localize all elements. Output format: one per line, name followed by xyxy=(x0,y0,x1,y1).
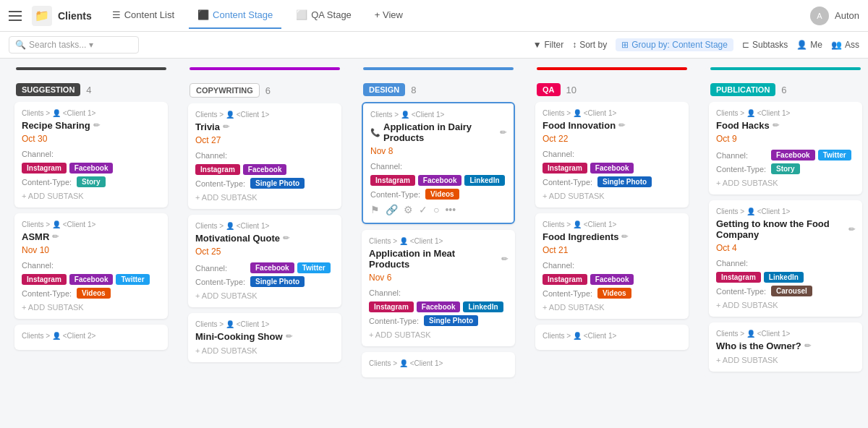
edit-icon[interactable]: ✏ xyxy=(773,121,779,130)
card-date: Nov 6 xyxy=(369,273,508,283)
add-subtask-button[interactable]: + ADD SUBTASK xyxy=(195,291,334,300)
card-content-type-field: Content-Type:Story xyxy=(22,176,161,187)
content-type-tag-story: Story xyxy=(77,176,106,187)
column-header-publication: PUBLICATION6 xyxy=(703,76,868,102)
action-icon-1[interactable]: 🔗 xyxy=(386,204,398,215)
column-cards-qa: Clients > 👤 <Client 1>Food Innovation✏Oc… xyxy=(529,102,694,356)
action-icon-4[interactable]: ○ xyxy=(433,204,439,215)
tag-instagram: Instagram xyxy=(22,163,67,174)
column-top-line-design xyxy=(363,67,514,70)
action-icon-2[interactable]: ⚙ xyxy=(404,204,413,215)
content-type-tag-videos: Videos xyxy=(597,288,631,299)
tag-linkedin: LinkedIn xyxy=(764,272,804,283)
add-subtask-button[interactable]: + ADD SUBTASK xyxy=(716,301,855,309)
tag-instagram: Instagram xyxy=(369,301,414,312)
table-row[interactable]: Clients > 👤 <Client 1>Trivia✏Oct 27Chann… xyxy=(188,103,341,209)
tag-instagram: Instagram xyxy=(195,164,240,175)
column-count-suggestion: 4 xyxy=(86,85,91,95)
search-box[interactable]: 🔍 Search tasks... ▾ xyxy=(9,36,139,54)
edit-icon[interactable]: ✏ xyxy=(804,341,811,351)
content-type-tag-single-photo: Single Photo xyxy=(250,178,305,189)
table-row[interactable]: Clients > 👤 <Client 1>Food Ingredients✏O… xyxy=(535,213,689,319)
edit-icon[interactable]: ✏ xyxy=(621,232,628,241)
table-row[interactable]: Clients > 👤 <Client 1>Who is the Owner?✏… xyxy=(709,322,862,372)
table-row[interactable]: Clients > 👤 <Client 1> xyxy=(362,352,515,377)
card-breadcrumb: Clients > 👤 <Client 1> xyxy=(369,359,508,367)
tab-qa-stage[interactable]: ⬜ QA Stage xyxy=(287,2,360,29)
table-row[interactable]: Clients > 👤 <Client 2> xyxy=(14,325,168,350)
add-subtask-button[interactable]: + ADD SUBTASK xyxy=(542,303,681,312)
tag-facebook: Facebook xyxy=(250,262,294,273)
card-date: Oct 9 xyxy=(716,134,855,144)
menu-icon[interactable] xyxy=(9,7,26,25)
subtasks-button[interactable]: ⊏ Subtasks xyxy=(742,40,788,50)
edit-icon[interactable]: ✏ xyxy=(93,121,100,130)
add-subtask-button[interactable]: + ADD SUBTASK xyxy=(716,356,855,364)
table-row[interactable]: Clients > 👤 <Client 1>Motivational Quote… xyxy=(188,215,341,307)
add-subtask-button[interactable]: + ADD SUBTASK xyxy=(542,192,681,200)
filter-button[interactable]: ▼ Filter xyxy=(533,40,564,50)
group-icon: ⊞ xyxy=(621,40,629,50)
me-button[interactable]: 👤 Me xyxy=(796,40,822,50)
table-row[interactable]: Clients > 👤 <Client 1>ASMR✏Nov 10Channel… xyxy=(14,213,168,319)
column-count-design: 8 xyxy=(411,85,416,95)
edit-icon[interactable]: ✏ xyxy=(52,232,59,241)
filter-bar: 🔍 Search tasks... ▾ ▼ Filter ↕ Sort by ⊞… xyxy=(0,32,868,59)
add-subtask-button[interactable]: + ADD SUBTASK xyxy=(369,330,508,339)
card-title: 📞Application in Dairy Products✏ xyxy=(370,121,506,143)
table-row[interactable]: Clients > 👤 <Client 1>Recipe Sharing✏Oct… xyxy=(14,102,168,207)
card-date: Oct 27 xyxy=(195,135,334,145)
table-row[interactable]: Clients > 👤 <Client 1>Application in Mea… xyxy=(362,230,515,346)
group-button[interactable]: ⊞ Group by: Content Stage xyxy=(616,38,733,51)
card-date: Oct 25 xyxy=(195,247,334,257)
table-row[interactable]: Clients > 👤 <Client 1>📞Application in Da… xyxy=(362,102,515,224)
table-row[interactable]: Clients > 👤 <Client 1>Getting to know th… xyxy=(709,200,862,317)
add-subtask-button[interactable]: + ADD SUBTASK xyxy=(195,193,334,202)
action-icon-5[interactable]: ••• xyxy=(445,204,456,215)
edit-icon[interactable]: ✏ xyxy=(500,128,506,137)
column-header-design: DESIGN8 xyxy=(356,76,521,102)
card-content-type-field: Content-Type:Videos xyxy=(22,288,161,299)
content-type-tag-single-photo: Single Photo xyxy=(424,315,478,326)
column-label-qa: QA xyxy=(537,83,561,96)
edit-icon[interactable]: ✏ xyxy=(501,254,508,264)
tab-content-stage[interactable]: ⬛ Content Stage xyxy=(189,2,281,29)
card-date: Nov 10 xyxy=(22,245,161,255)
tag-twitter: Twitter xyxy=(818,150,851,160)
add-subtask-button[interactable]: + ADD SUBTASK xyxy=(716,179,855,187)
card-channel-field: Channel:InstagramFacebook xyxy=(542,150,681,174)
action-icon-0[interactable]: ⚑ xyxy=(370,204,380,215)
tag-instagram: Instagram xyxy=(22,274,67,285)
add-subtask-button[interactable]: + ADD SUBTASK xyxy=(22,192,161,200)
edit-icon[interactable]: ✏ xyxy=(283,234,289,243)
edit-icon[interactable]: ✏ xyxy=(286,332,292,341)
table-row[interactable]: Clients > 👤 <Client 1> xyxy=(535,325,689,350)
table-row[interactable]: Clients > 👤 <Client 1>Food Hacks✏Oct 9Ch… xyxy=(709,102,862,194)
edit-icon[interactable]: ✏ xyxy=(223,122,229,132)
list-icon: ☰ xyxy=(112,9,121,20)
card-breadcrumb: Clients > 👤 <Client 1> xyxy=(195,111,334,119)
edit-icon[interactable]: ✏ xyxy=(848,225,855,234)
table-row[interactable]: Clients > 👤 <Client 1>Mini-Cooking Show✏… xyxy=(188,313,341,362)
card-channel-field: Channel:InstagramLinkedIn xyxy=(716,259,855,283)
nav-title: Clients xyxy=(58,10,92,22)
card-breadcrumb: Clients > 👤 <Client 1> xyxy=(716,207,855,215)
action-icon-3[interactable]: ✓ xyxy=(419,204,427,215)
phone-icon: 📞 xyxy=(370,128,380,137)
card-title: Application in Meat Products✏ xyxy=(369,248,508,270)
top-nav: 📁 Clients ☰ Content List ⬛ Content Stage… xyxy=(0,0,868,32)
edit-icon[interactable]: ✏ xyxy=(618,121,625,130)
add-subtask-button[interactable]: + ADD SUBTASK xyxy=(195,346,334,355)
sort-button[interactable]: ↕ Sort by xyxy=(572,40,607,50)
ass-button[interactable]: 👥 Ass xyxy=(831,40,859,50)
tag-facebook: Facebook xyxy=(590,274,634,285)
card-channel-field: Channel:InstagramFacebookLinkedIn xyxy=(369,288,508,312)
user-icon: 👤 xyxy=(796,40,807,50)
column-header-copywriting: COPYWRITING6 xyxy=(182,76,347,103)
add-subtask-button[interactable]: + ADD SUBTASK xyxy=(22,303,161,312)
table-row[interactable]: Clients > 👤 <Client 1>Food Innovation✏Oc… xyxy=(535,102,689,207)
content-type-tag-single-photo: Single Photo xyxy=(597,176,652,187)
column-top-line-suggestion xyxy=(16,67,166,70)
tab-content-list[interactable]: ☰ Content List xyxy=(103,2,183,29)
tab-view[interactable]: + View xyxy=(366,2,412,29)
